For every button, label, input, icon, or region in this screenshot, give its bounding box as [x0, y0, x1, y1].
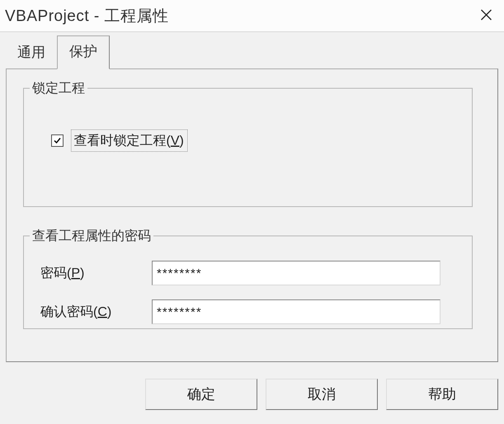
password-input[interactable] — [152, 261, 440, 285]
label-text: 密码( — [40, 265, 71, 280]
group-lock-legend: 锁定工程 — [30, 79, 87, 97]
titlebar: VBAProject - 工程属性 — [0, 0, 504, 32]
help-button[interactable]: 帮助 — [386, 379, 498, 410]
password-label: 密码(P) — [40, 264, 152, 282]
tab-panel-protect: 锁定工程 查看时锁定工程(V) 查看工程属性的密码 密码(P) 确 — [6, 68, 498, 362]
password-row: 密码(P) — [24, 261, 472, 285]
label-text: 确认密码( — [40, 304, 98, 319]
group-password: 查看工程属性的密码 密码(P) 确认密码(C) — [23, 227, 473, 329]
label-hotkey: C — [98, 304, 107, 319]
tabs: 通用 保护 — [6, 32, 498, 68]
cancel-button[interactable]: 取消 — [266, 379, 378, 410]
tab-general[interactable]: 通用 — [6, 37, 57, 69]
label-text: ) — [80, 265, 85, 280]
confirm-password-label: 确认密码(C) — [40, 303, 152, 321]
label-hotkey: V — [171, 133, 179, 148]
checkmark-icon — [53, 137, 61, 145]
dialog-content: 通用 保护 锁定工程 查看时锁定工程(V) 查看工程属性的密码 密码(P) — [0, 32, 504, 424]
window-title: VBAProject - 工程属性 — [5, 5, 169, 26]
confirm-password-row: 确认密码(C) — [24, 299, 472, 324]
lock-project-checkbox[interactable] — [51, 134, 64, 147]
label-text: ) — [107, 304, 112, 319]
dialog-buttons: 确定 取消 帮助 — [145, 379, 498, 410]
group-password-legend: 查看工程属性的密码 — [30, 227, 153, 245]
lock-project-label[interactable]: 查看时锁定工程(V) — [71, 130, 188, 152]
label-text: ) — [179, 133, 184, 148]
close-icon[interactable] — [477, 8, 496, 24]
ok-button[interactable]: 确定 — [145, 379, 257, 410]
label-text: 查看时锁定工程( — [74, 133, 171, 148]
lock-checkbox-row: 查看时锁定工程(V) — [51, 130, 472, 152]
confirm-password-input[interactable] — [152, 299, 440, 324]
tab-protect[interactable]: 保护 — [57, 35, 110, 69]
group-lock-project: 锁定工程 查看时锁定工程(V) — [23, 79, 473, 207]
label-hotkey: P — [71, 265, 80, 280]
